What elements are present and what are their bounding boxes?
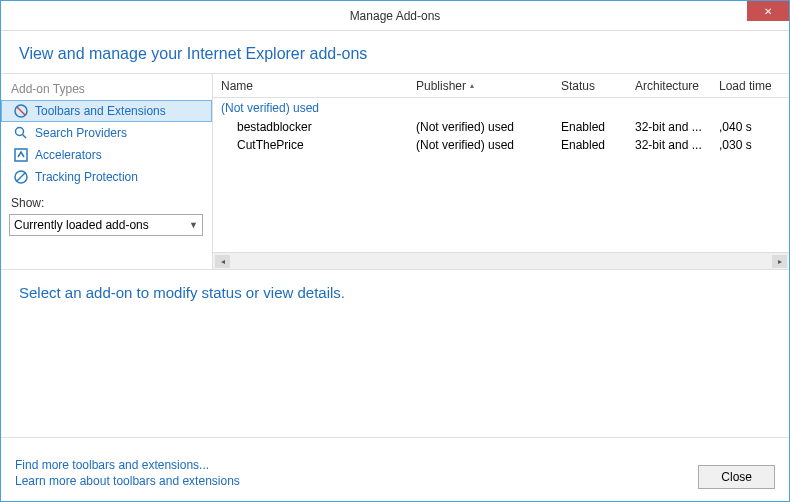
page-header: View and manage your Internet Explorer a… bbox=[1, 31, 789, 74]
header-text: View and manage your Internet Explorer a… bbox=[19, 45, 367, 62]
sidebar-item-label: Toolbars and Extensions bbox=[35, 104, 166, 118]
chevron-down-icon: ▼ bbox=[189, 220, 198, 230]
cell-status: Enabled bbox=[553, 120, 627, 134]
table-header: Name Publisher ▴ Status Architecture Loa… bbox=[213, 74, 789, 98]
learn-more-link[interactable]: Learn more about toolbars and extensions bbox=[15, 473, 240, 489]
find-more-link[interactable]: Find more toolbars and extensions... bbox=[15, 457, 240, 473]
details-panel: Select an add-on to modify status or vie… bbox=[1, 269, 789, 437]
svg-point-1 bbox=[16, 128, 24, 136]
table-row[interactable]: CutThePrice (Not verified) used Enabled … bbox=[213, 136, 789, 154]
cell-status: Enabled bbox=[553, 138, 627, 152]
cell-name: CutThePrice bbox=[213, 138, 408, 152]
content-panel: Name Publisher ▴ Status Architecture Loa… bbox=[213, 74, 789, 269]
close-button[interactable]: Close bbox=[698, 465, 775, 489]
cell-name: bestadblocker bbox=[213, 120, 408, 134]
sidebar-item-label: Accelerators bbox=[35, 148, 102, 162]
scroll-left-icon[interactable]: ◂ bbox=[215, 255, 230, 268]
titlebar: Manage Add-ons ✕ bbox=[1, 1, 789, 31]
show-label: Show: bbox=[1, 188, 212, 212]
window-title: Manage Add-ons bbox=[350, 9, 441, 23]
close-icon: ✕ bbox=[764, 6, 772, 17]
cell-publisher: (Not verified) used bbox=[408, 120, 553, 134]
cell-load-time: ,030 s bbox=[711, 138, 781, 152]
table-row[interactable]: bestadblocker (Not verified) used Enable… bbox=[213, 118, 789, 136]
sidebar-item-label: Search Providers bbox=[35, 126, 127, 140]
table-body: (Not verified) used bestadblocker (Not v… bbox=[213, 98, 789, 252]
cell-architecture: 32-bit and ... bbox=[627, 138, 711, 152]
sidebar: Add-on Types Toolbars and Extensions Sea… bbox=[1, 74, 213, 269]
footer-links: Find more toolbars and extensions... Lea… bbox=[15, 457, 240, 489]
sidebar-item-tracking-protection[interactable]: Tracking Protection bbox=[1, 166, 212, 188]
column-header-architecture[interactable]: Architecture bbox=[627, 76, 711, 96]
footer: Find more toolbars and extensions... Lea… bbox=[1, 437, 789, 497]
svg-line-2 bbox=[23, 135, 27, 139]
cell-load-time: ,040 s bbox=[711, 120, 781, 134]
cell-publisher: (Not verified) used bbox=[408, 138, 553, 152]
details-prompt: Select an add-on to modify status or vie… bbox=[19, 284, 345, 301]
search-icon bbox=[13, 125, 29, 141]
sidebar-item-toolbars-extensions[interactable]: Toolbars and Extensions bbox=[1, 100, 212, 122]
column-header-load-time[interactable]: Load time bbox=[711, 76, 781, 96]
horizontal-scrollbar[interactable]: ◂ ▸ bbox=[213, 252, 789, 269]
sidebar-item-accelerators[interactable]: Accelerators bbox=[1, 144, 212, 166]
table-group-row[interactable]: (Not verified) used bbox=[213, 98, 789, 118]
main-panel: Add-on Types Toolbars and Extensions Sea… bbox=[1, 74, 789, 269]
column-header-publisher[interactable]: Publisher ▴ bbox=[408, 76, 553, 96]
show-dropdown[interactable]: Currently loaded add-ons ▼ bbox=[9, 214, 203, 236]
tracking-protection-icon bbox=[13, 169, 29, 185]
accelerator-icon bbox=[13, 147, 29, 163]
dropdown-value: Currently loaded add-ons bbox=[14, 218, 149, 232]
cell-architecture: 32-bit and ... bbox=[627, 120, 711, 134]
scroll-right-icon[interactable]: ▸ bbox=[772, 255, 787, 268]
window-close-button[interactable]: ✕ bbox=[747, 1, 789, 21]
column-header-name[interactable]: Name bbox=[213, 76, 408, 96]
column-header-status[interactable]: Status bbox=[553, 76, 627, 96]
toolbar-icon bbox=[13, 103, 29, 119]
sidebar-item-label: Tracking Protection bbox=[35, 170, 138, 184]
addon-types-label: Add-on Types bbox=[1, 80, 212, 100]
sort-ascending-icon: ▴ bbox=[470, 81, 474, 90]
svg-line-5 bbox=[17, 173, 26, 182]
sidebar-item-search-providers[interactable]: Search Providers bbox=[1, 122, 212, 144]
